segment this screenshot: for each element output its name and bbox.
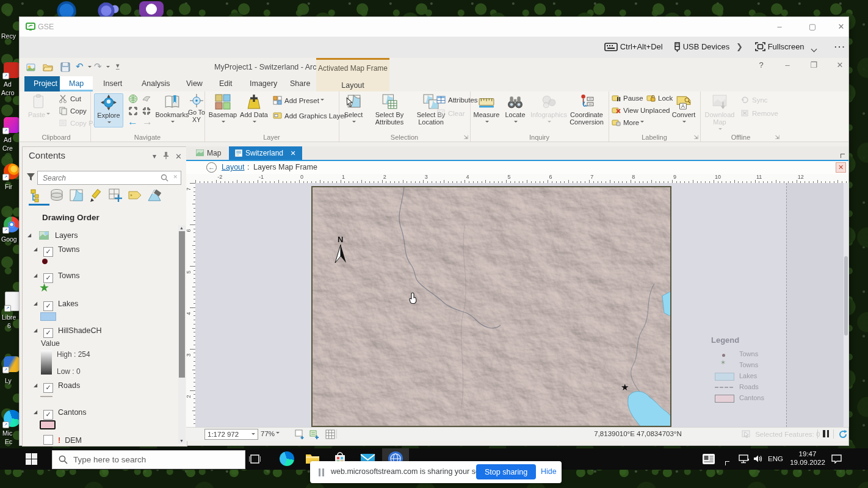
close-view-tab-icon[interactable]: ✕ bbox=[290, 149, 295, 157]
expander-icon[interactable]: ◢ bbox=[34, 409, 39, 415]
infographics-button[interactable]: Infographics bbox=[530, 93, 568, 126]
layer-row-lakes[interactable]: ◢✓Lakes bbox=[34, 300, 78, 311]
ctrl-alt-del-button[interactable]: Ctrl+Alt+Del bbox=[604, 42, 663, 51]
layer-checkbox[interactable]: ✓ bbox=[43, 410, 53, 420]
layer-row-towns-1[interactable]: ◢✓Towns bbox=[34, 245, 79, 257]
contents-scrollbar-thumb[interactable] bbox=[179, 231, 185, 378]
pin-icon[interactable] bbox=[162, 151, 170, 160]
tab-analysis[interactable]: Analysis bbox=[132, 76, 179, 92]
map-frame[interactable]: N ★ bbox=[311, 186, 671, 427]
coordinate-conversion-button[interactable]: Coordinate Conversion bbox=[566, 93, 607, 126]
tray-clock-date[interactable]: 19.09.2022 bbox=[786, 459, 829, 466]
desktop-icon-chrome[interactable]: ↗ bbox=[4, 217, 20, 232]
broken-source-icon[interactable]: ! bbox=[58, 436, 60, 445]
tab-selection-icon[interactable] bbox=[69, 188, 84, 203]
tab-edit[interactable]: Edit bbox=[210, 76, 242, 92]
remove-button[interactable]: Remove bbox=[740, 108, 778, 119]
scale-combo[interactable]: 1:172 972 bbox=[204, 429, 258, 440]
select-button[interactable]: Select bbox=[340, 93, 367, 126]
canvas-scrollbar-thumb[interactable] bbox=[844, 256, 848, 336]
desktop-icon-adobe-cc[interactable]: ↗ bbox=[4, 117, 20, 133]
cut-button[interactable]: Cut bbox=[59, 93, 81, 104]
desktop-icon-firefox[interactable]: ↗ bbox=[4, 163, 20, 179]
clear-selection-button[interactable]: Clear bbox=[436, 108, 465, 119]
fixed-zoom-in-icon[interactable] bbox=[128, 106, 138, 116]
roads-symbol[interactable] bbox=[40, 396, 52, 397]
customize-qat-icon[interactable]: ▾̲ bbox=[116, 62, 120, 70]
help-button[interactable]: ? bbox=[752, 60, 770, 71]
open-project-icon[interactable] bbox=[43, 62, 54, 73]
expander-icon[interactable]: ◢ bbox=[27, 232, 33, 238]
toolbar-more-button[interactable]: ··· bbox=[834, 42, 846, 51]
convert-labels-button[interactable]: A Convert bbox=[670, 93, 698, 126]
fullscreen-dropdown-chevron[interactable] bbox=[812, 44, 816, 53]
view-tabs-overflow-chevron[interactable] bbox=[841, 151, 845, 160]
pause-labeling-button[interactable]: Pause bbox=[612, 93, 643, 104]
search-clear-icon[interactable]: ✕ bbox=[173, 174, 178, 180]
tray-news-widget-icon[interactable] bbox=[702, 453, 715, 465]
app-close-button[interactable]: ✕ bbox=[831, 60, 849, 71]
tab-share[interactable]: Share bbox=[281, 76, 319, 92]
layer-checkbox[interactable]: ✓ bbox=[43, 383, 53, 393]
tab-imagery[interactable]: Imagery bbox=[241, 76, 286, 92]
basemap-button[interactable]: Basemap bbox=[207, 93, 239, 126]
scroll-up-icon[interactable]: ▲ bbox=[179, 226, 184, 230]
desktop-icon-libreoffice[interactable]: ↗ bbox=[5, 292, 20, 311]
towns-dot-symbol[interactable] bbox=[42, 259, 48, 264]
previous-extent-icon[interactable]: ← bbox=[128, 116, 138, 128]
layer-row-hillshade[interactable]: ◢✓HillShadeCH bbox=[34, 326, 102, 338]
grid-icon[interactable] bbox=[325, 429, 335, 439]
selection-dialog-launcher[interactable]: ⇲ bbox=[463, 134, 468, 140]
start-button[interactable] bbox=[26, 453, 37, 465]
lock-labeling-button[interactable]: Lock bbox=[646, 93, 673, 104]
expander-icon[interactable]: ◢ bbox=[34, 246, 39, 252]
task-view-button[interactable] bbox=[249, 453, 261, 465]
layer-row-roads[interactable]: ◢✓Roads bbox=[34, 381, 80, 393]
canvas-vertical-scrollbar[interactable] bbox=[844, 183, 848, 427]
more-labeling-button[interactable]: More bbox=[612, 117, 644, 128]
pane-close-icon[interactable]: ✕ bbox=[175, 152, 182, 161]
desktop-icon-top-app[interactable] bbox=[54, 1, 79, 17]
tab-snapping-icon[interactable] bbox=[108, 188, 123, 203]
gse-titlebar[interactable]: GSE – ▢ ✕ bbox=[20, 17, 848, 37]
explore-button[interactable]: Explore bbox=[94, 93, 123, 127]
filter-funnel-icon[interactable] bbox=[26, 173, 35, 182]
pane-menu-chevron-icon[interactable]: ▾ bbox=[153, 152, 156, 160]
layout-breadcrumb-link[interactable]: Layout bbox=[222, 163, 245, 171]
tab-insert[interactable]: Insert bbox=[94, 76, 131, 92]
download-map-button[interactable]: Download Map bbox=[703, 93, 737, 134]
expander-icon[interactable]: ◢ bbox=[34, 301, 39, 306]
view-tab-map[interactable]: Map bbox=[190, 146, 227, 160]
legend-element[interactable]: Legend Towns ✶ Towns Lakes bbox=[711, 336, 790, 404]
snap-guides-icon[interactable] bbox=[309, 429, 320, 439]
stop-sharing-button[interactable]: Stop sharing bbox=[476, 464, 536, 479]
contents-search-box[interactable]: ✕ bbox=[37, 171, 181, 185]
sharing-pause-icon[interactable] bbox=[319, 468, 324, 479]
layer-row-dem[interactable]: ◢!DEM bbox=[34, 435, 82, 445]
offline-dialog-launcher[interactable]: ⇲ bbox=[775, 134, 779, 140]
save-project-icon[interactable] bbox=[60, 62, 71, 73]
tab-labeling-icon[interactable] bbox=[128, 188, 142, 203]
gse-minimize-button[interactable]: – bbox=[770, 21, 789, 32]
new-project-icon[interactable] bbox=[26, 62, 37, 73]
layer-checkbox[interactable]: ✓ bbox=[43, 328, 53, 338]
tray-network-icon[interactable] bbox=[739, 454, 750, 464]
towns-star-symbol[interactable]: ★ bbox=[39, 281, 49, 295]
paste-button[interactable]: Paste bbox=[23, 93, 55, 118]
back-to-layout-button[interactable]: ← bbox=[206, 162, 217, 173]
fixed-zoom-out-icon[interactable] bbox=[142, 106, 151, 116]
contents-scrollbar[interactable]: ▲ ▼ bbox=[178, 225, 186, 443]
undo-icon[interactable]: ↶ bbox=[76, 61, 84, 72]
tab-view[interactable]: View bbox=[177, 76, 212, 92]
tab-editing-icon[interactable] bbox=[89, 188, 103, 203]
desktop-icon-teams[interactable] bbox=[96, 1, 121, 17]
fullscreen-button[interactable]: Fullscreen bbox=[755, 42, 805, 51]
add-map-frame-icon[interactable] bbox=[295, 429, 305, 439]
tab-charts-icon[interactable] bbox=[147, 188, 162, 203]
tab-data-source-icon[interactable] bbox=[49, 188, 64, 203]
add-graphics-layer-button[interactable]: Add Graphics Layer bbox=[273, 110, 347, 121]
expander-icon[interactable]: ◢ bbox=[34, 382, 39, 388]
app-minimize-button[interactable]: – bbox=[778, 60, 797, 71]
redo-icon[interactable]: ↷ bbox=[94, 61, 102, 72]
usb-devices-button[interactable]: USB Devices bbox=[674, 42, 729, 52]
